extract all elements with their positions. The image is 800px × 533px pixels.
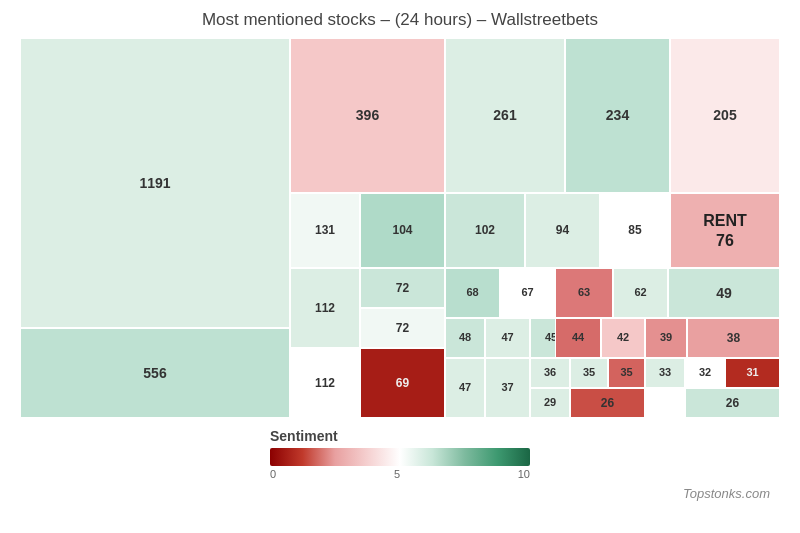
treemap-cell-c85: 85 (600, 193, 670, 268)
treemap-cell-c104: 104 (360, 193, 445, 268)
cell-label: 42 (617, 331, 629, 344)
treemap-cell-c69: 69 (360, 348, 445, 418)
cell-label: 102 (475, 223, 495, 237)
treemap-cell-c102: 102 (445, 193, 525, 268)
cell-label: 49 (716, 285, 732, 302)
cell-label: 67 (521, 286, 533, 299)
treemap-cell-c29: 29 (530, 388, 570, 418)
cell-label: 29 (544, 396, 556, 409)
treemap-cell-c67: 67 (500, 268, 555, 318)
treemap-cell-c36: 36 (530, 358, 570, 388)
cell-label: 26 (601, 396, 614, 410)
cell-label: 36 (544, 366, 556, 379)
treemap-cell-c62: 62 (613, 268, 668, 318)
treemap-cell-c76: RENT 76 (670, 193, 780, 268)
treemap-cell-c39: 39 (645, 318, 687, 358)
cell-label: 234 (606, 107, 629, 124)
cell-label: 31 (746, 366, 758, 379)
chart-title: Most mentioned stocks – (24 hours) – Wal… (10, 10, 790, 30)
legend: Sentiment 0 5 10 (250, 428, 550, 480)
treemap-cell-c44: 44 (555, 318, 601, 358)
treemap-cell-c49: 49 (668, 268, 780, 318)
treemap-cell-c35a: 35 (570, 358, 608, 388)
cell-label: 112 (315, 376, 335, 390)
cell-label: 69 (396, 376, 409, 390)
treemap-cell-c112b: 112 (290, 348, 360, 418)
cell-label: 131 (315, 223, 335, 237)
legend-mid: 5 (394, 468, 400, 480)
treemap-cell-c94: 94 (525, 193, 600, 268)
cell-label: 62 (634, 286, 646, 299)
treemap-cell-c72b: 72 (360, 308, 445, 348)
cell-label: 104 (392, 223, 412, 237)
cell-label: 556 (143, 365, 166, 382)
treemap-cell-c26a: 26 (570, 388, 645, 418)
treemap: 11915563962612342051311041029485RENT 761… (20, 38, 780, 418)
chart-container: Most mentioned stocks – (24 hours) – Wal… (0, 0, 800, 533)
legend-min: 0 (270, 468, 276, 480)
treemap-cell-c47: 47 (485, 318, 530, 358)
legend-labels: 0 5 10 (270, 468, 530, 480)
treemap-cell-c42: 42 (601, 318, 645, 358)
cell-label: 47 (501, 331, 513, 344)
cell-label: 68 (466, 286, 478, 299)
attribution: Topstonks.com (10, 486, 790, 501)
treemap-cell-c47b: 47 (445, 358, 485, 418)
treemap-cell-c26b: 26 (685, 388, 780, 418)
cell-label: 72 (396, 321, 409, 335)
cell-label: 85 (628, 223, 641, 237)
cell-label: 47 (459, 381, 471, 394)
treemap-cell-c72a: 72 (360, 268, 445, 308)
cell-label: 39 (660, 331, 672, 344)
legend-color-bar (270, 448, 530, 466)
treemap-cell-c261: 261 (445, 38, 565, 193)
cell-label: 26 (726, 396, 739, 410)
cell-label: 112 (315, 301, 335, 315)
legend-title: Sentiment (270, 428, 550, 444)
treemap-cell-c31: 31 (725, 358, 780, 388)
treemap-cell-c38: 38 (687, 318, 780, 358)
treemap-cell-c205: 205 (670, 38, 780, 193)
treemap-cell-c48: 48 (445, 318, 485, 358)
cell-label: 72 (396, 281, 409, 295)
treemap-cell-c35b: 35 (608, 358, 645, 388)
treemap-cell-c32: 32 (685, 358, 725, 388)
treemap-cell-c33: 33 (645, 358, 685, 388)
cell-label: 33 (659, 366, 671, 379)
treemap-cell-c556: 556 (20, 328, 290, 418)
cell-label: 38 (727, 331, 740, 345)
treemap-cell-c63: 63 (555, 268, 613, 318)
cell-label: 205 (713, 107, 736, 124)
treemap-cell-c112a: 112 (290, 268, 360, 348)
cell-label: 35 (583, 366, 595, 379)
treemap-cell-c396: 396 (290, 38, 445, 193)
treemap-cell-c131: 131 (290, 193, 360, 268)
treemap-cell-c37: 37 (485, 358, 530, 418)
cell-label: 396 (356, 107, 379, 124)
cell-label: 32 (699, 366, 711, 379)
cell-label: 261 (493, 107, 516, 124)
cell-label: 48 (459, 331, 471, 344)
treemap-cell-c234: 234 (565, 38, 670, 193)
cell-label: 37 (501, 381, 513, 394)
cell-label: 63 (578, 286, 590, 299)
legend-max: 10 (518, 468, 530, 480)
treemap-cell-c1191: 1191 (20, 38, 290, 328)
cell-label: 44 (572, 331, 584, 344)
cell-label: 94 (556, 223, 569, 237)
cell-label: 35 (620, 366, 632, 379)
cell-label: RENT 76 (703, 211, 747, 249)
treemap-cell-c68: 68 (445, 268, 500, 318)
cell-label: 1191 (139, 175, 170, 192)
